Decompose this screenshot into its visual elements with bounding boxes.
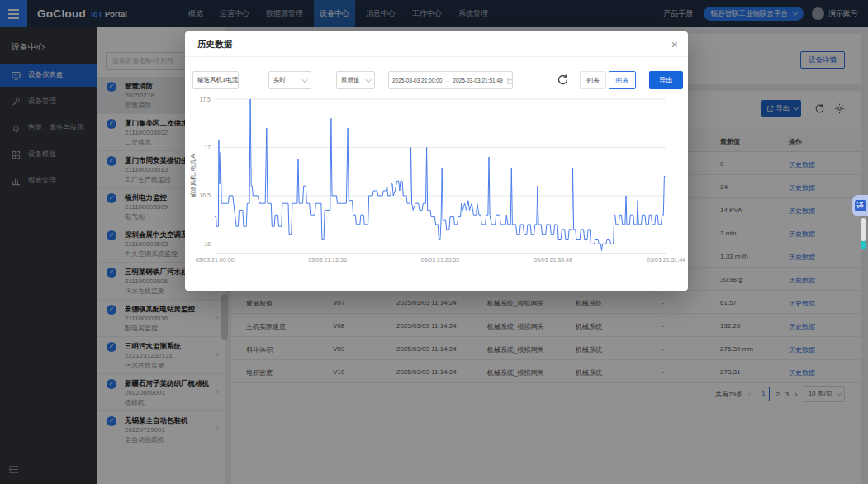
svg-text:03/03 21:38:48: 03/03 21:38:48 — [534, 257, 572, 263]
chevron-down-icon — [302, 77, 308, 83]
metric-select[interactable]: 输送风机1电流 — [192, 71, 239, 89]
modal-title: 历史数据 — [197, 39, 232, 49]
history-data-modal: 历史数据 × 输送风机1电流 实时 最新值 2025-03-03 21:00:0… — [185, 31, 688, 291]
date-range-picker[interactable]: 2025-03-03 21:00:00→2025-03-03 21:51:49 — [388, 71, 513, 89]
modal-export-button[interactable]: 导出 — [649, 71, 683, 89]
modal-header: 历史数据 × — [185, 31, 688, 57]
svg-text:16.5: 16.5 — [199, 192, 211, 198]
calendar-icon — [507, 77, 513, 84]
chevron-down-icon — [366, 77, 372, 83]
chevron-down-icon — [238, 77, 239, 83]
close-icon[interactable]: × — [671, 35, 678, 55]
y-axis-title: 输送风机1电流 A — [190, 154, 197, 197]
svg-text:03/03 21:25:52: 03/03 21:25:52 — [421, 257, 460, 263]
svg-text:17: 17 — [204, 145, 211, 150]
svg-text:17.5: 17.5 — [199, 97, 211, 102]
mode-select[interactable]: 实时 — [268, 71, 311, 89]
scrollbar-thumb[interactable] — [861, 218, 866, 241]
svg-text:16: 16 — [204, 241, 211, 247]
translate-extension-tab[interactable]: 译 — [852, 195, 868, 216]
scrollbar-marker — [861, 241, 866, 249]
svg-text:03/03 21:00:00: 03/03 21:00:00 — [196, 257, 235, 263]
svg-text:03/03 21:12:56: 03/03 21:12:56 — [308, 257, 347, 263]
aggregation-select[interactable]: 最新值 — [336, 71, 375, 89]
history-line-chart: 1616.51717.5 输送风机1电流 A 03/03 21:00:0003/… — [185, 93, 688, 291]
refresh-icon[interactable] — [557, 74, 569, 86]
view-chart-toggle[interactable]: 图表 — [609, 71, 636, 89]
view-list-toggle[interactable]: 列表 — [580, 71, 606, 89]
svg-text:03/03 21:51:44: 03/03 21:51:44 — [647, 257, 685, 263]
translate-icon: 译 — [855, 200, 866, 211]
arrow-right-icon: → — [444, 78, 450, 83]
